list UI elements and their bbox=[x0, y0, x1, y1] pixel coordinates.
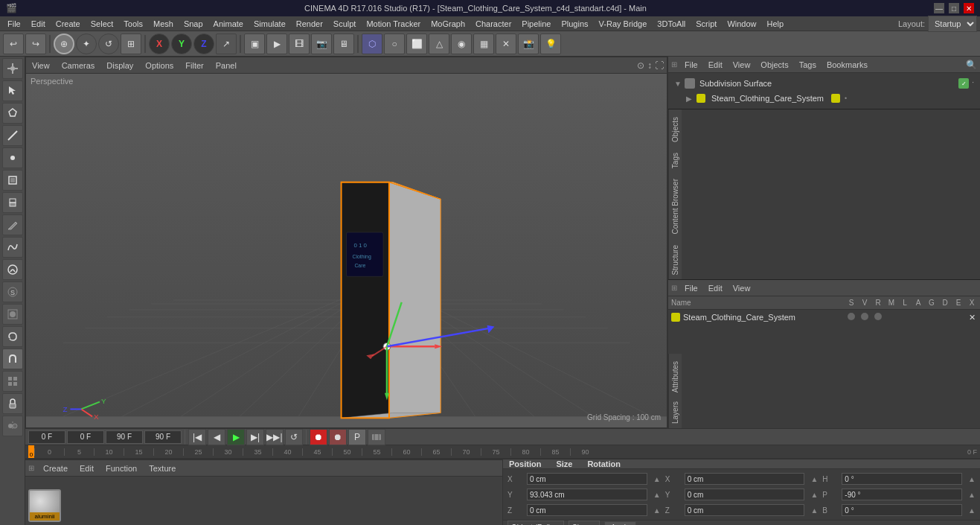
move-tool-button[interactable]: ⊕ bbox=[54, 34, 74, 54]
tool-extrude[interactable] bbox=[2, 192, 23, 213]
viewport-canvas[interactable]: Perspective bbox=[26, 74, 667, 427]
null-button[interactable]: ✕ bbox=[496, 34, 516, 54]
light-button[interactable]: 💡 bbox=[540, 34, 561, 54]
minimize-button[interactable]: — bbox=[934, 3, 944, 13]
menu-animate[interactable]: Animate bbox=[209, 18, 248, 30]
step-back-button[interactable]: ◀ bbox=[208, 429, 225, 445]
tool-loop[interactable] bbox=[2, 326, 23, 347]
pos-z-spinner-up[interactable]: ▲ bbox=[653, 506, 661, 515]
vp-options[interactable]: Options bbox=[142, 60, 176, 71]
pos-z-input[interactable] bbox=[527, 504, 647, 516]
rotate-tool-button[interactable]: ↺ bbox=[98, 34, 119, 54]
tool-select-model[interactable] bbox=[2, 80, 23, 101]
go-end-button[interactable]: ▶▶| bbox=[266, 429, 284, 445]
menu-pipeline[interactable]: Pipeline bbox=[517, 18, 555, 30]
cone-button[interactable]: △ bbox=[429, 34, 449, 54]
tool-grid[interactable] bbox=[2, 371, 23, 392]
size-x-spinner-up[interactable]: ▲ bbox=[810, 475, 818, 483]
tool-edge[interactable] bbox=[2, 125, 23, 146]
col-x-val[interactable]: ✕ bbox=[967, 313, 977, 322]
camera-button[interactable]: 📸 bbox=[518, 34, 539, 54]
menu-create[interactable]: Create bbox=[51, 18, 85, 30]
pos-x-spinner-up[interactable]: ▲ bbox=[653, 475, 661, 483]
menu-help[interactable]: Help bbox=[763, 18, 789, 30]
z-axis-button[interactable]: Z bbox=[193, 34, 214, 54]
search-icon[interactable]: 🔍 bbox=[966, 60, 977, 70]
bottom-texture[interactable]: Texture bbox=[146, 462, 179, 474]
current-frame-input[interactable] bbox=[28, 430, 65, 444]
tool-spline[interactable] bbox=[2, 237, 23, 258]
coord-dropdown-2[interactable]: Size bbox=[569, 521, 600, 525]
coord-dropdown-1[interactable]: Object (Rel) bbox=[507, 521, 564, 525]
menu-snap[interactable]: Snap bbox=[179, 18, 208, 30]
menu-motion-tracker[interactable]: Motion Tracker bbox=[362, 18, 425, 30]
menu-simulate[interactable]: Simulate bbox=[249, 18, 290, 30]
menu-tools[interactable]: Tools bbox=[119, 18, 147, 30]
go-start-button[interactable]: |◀ bbox=[188, 429, 206, 445]
pos-x-input[interactable] bbox=[527, 473, 647, 485]
vp-icon-1[interactable]: ⊙ bbox=[637, 60, 644, 71]
menu-vray[interactable]: V-Ray Bridge bbox=[595, 18, 652, 30]
menu-render[interactable]: Render bbox=[292, 18, 327, 30]
obj-table-row[interactable]: Steam_Clothing_Care_System bbox=[668, 310, 980, 325]
menu-window[interactable]: Window bbox=[723, 18, 760, 30]
tool-texture[interactable] bbox=[2, 304, 23, 325]
tool-box[interactable] bbox=[2, 170, 23, 191]
size-z-input[interactable] bbox=[685, 504, 805, 516]
frame-marker[interactable]: 0 bbox=[28, 445, 34, 459]
viewport-panel[interactable]: View Cameras Display Options Filter Pane… bbox=[25, 57, 667, 428]
col-s-val[interactable] bbox=[846, 313, 856, 322]
tab-layers[interactable]: Layers bbox=[670, 397, 681, 428]
vp-icon-2[interactable]: ↕ bbox=[647, 60, 652, 71]
auto-key-button[interactable]: ⏺ bbox=[329, 429, 347, 445]
start-frame-input[interactable] bbox=[67, 430, 104, 444]
render-button[interactable]: 🖥 bbox=[333, 34, 354, 54]
visibility-checkbox[interactable]: ✓ bbox=[958, 78, 969, 89]
plane-button[interactable]: ▦ bbox=[473, 34, 494, 54]
bottom-edit[interactable]: Edit bbox=[77, 462, 97, 474]
pos-y-input[interactable] bbox=[527, 489, 647, 500]
y-axis-button[interactable]: Y bbox=[171, 34, 192, 54]
tool-paint[interactable]: S bbox=[2, 281, 23, 302]
rot-b-input[interactable] bbox=[842, 504, 962, 516]
layout-dropdown[interactable]: Startup bbox=[928, 16, 977, 32]
rot-h-spinner-up[interactable]: ▲ bbox=[968, 475, 976, 483]
material-preview[interactable]: aluminii bbox=[28, 489, 61, 522]
size-z-spinner-up[interactable]: ▲ bbox=[810, 506, 818, 515]
redo-button[interactable]: ↪ bbox=[25, 34, 46, 54]
size-y-input[interactable] bbox=[685, 489, 805, 500]
rot-h-input[interactable] bbox=[842, 473, 962, 485]
tool-symmetry[interactable] bbox=[2, 416, 23, 436]
vp-display[interactable]: Display bbox=[103, 60, 136, 71]
attr-view-btn[interactable]: View bbox=[730, 282, 754, 294]
bottom-function[interactable]: Function bbox=[103, 462, 140, 474]
all-axis-button[interactable]: ↗ bbox=[216, 34, 237, 54]
rot-b-spinner-up[interactable]: ▲ bbox=[968, 506, 976, 515]
obj-edit[interactable]: Edit bbox=[705, 59, 726, 71]
keyframe-button[interactable]: ▣ bbox=[244, 34, 265, 54]
menu-mesh[interactable]: Mesh bbox=[149, 18, 178, 30]
tab-attributes[interactable]: Attributes bbox=[670, 357, 681, 397]
anim-button[interactable]: 🎞 bbox=[289, 34, 310, 54]
attr-edit-btn[interactable]: Edit bbox=[705, 282, 726, 294]
fps-input[interactable] bbox=[144, 430, 182, 444]
maximize-button[interactable]: □ bbox=[949, 3, 959, 13]
rot-p-input[interactable] bbox=[842, 489, 962, 500]
menu-edit[interactable]: Edit bbox=[27, 18, 50, 30]
col-r-val[interactable] bbox=[873, 313, 883, 322]
x-axis-button[interactable]: X bbox=[149, 34, 170, 54]
tab-tags[interactable]: Tags bbox=[670, 148, 681, 173]
menu-plugins[interactable]: Plugins bbox=[557, 18, 592, 30]
obj-row-steam[interactable]: ▶ Steam_Clothing_Care_System • bbox=[671, 91, 977, 106]
menu-sculpt[interactable]: Sculpt bbox=[329, 18, 361, 30]
obj-file[interactable]: File bbox=[682, 59, 701, 71]
col-v-val[interactable] bbox=[859, 313, 870, 322]
key-pos-button[interactable]: P bbox=[348, 429, 366, 445]
vp-icon-3[interactable]: ⛶ bbox=[655, 60, 664, 71]
step-forward-button[interactable]: ▶| bbox=[246, 429, 264, 445]
tool-point[interactable] bbox=[2, 147, 23, 168]
render-preview-button[interactable]: 📷 bbox=[311, 34, 332, 54]
end-frame-input[interactable] bbox=[106, 430, 143, 444]
torus-button[interactable]: ◉ bbox=[451, 34, 472, 54]
tool-lock[interactable] bbox=[2, 393, 23, 414]
